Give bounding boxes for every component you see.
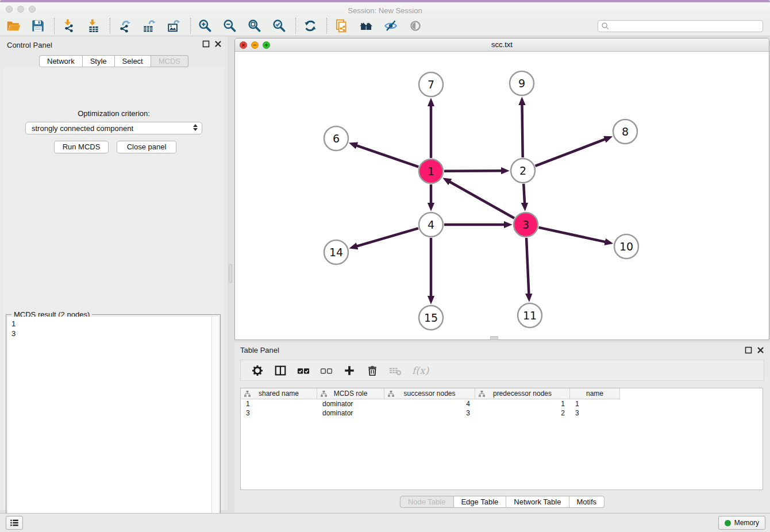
tab-mcds[interactable]: MCDS bbox=[151, 55, 188, 67]
table-row[interactable]: 1dominator411 bbox=[241, 399, 763, 408]
node-4[interactable]: 4 bbox=[419, 213, 443, 237]
memory-button[interactable]: Memory bbox=[718, 516, 765, 530]
apply-function-button[interactable]: f(x) bbox=[412, 365, 429, 376]
edge-1-6[interactable] bbox=[356, 145, 418, 167]
toolbar-separator bbox=[295, 18, 296, 34]
tab-select[interactable]: Select bbox=[115, 55, 151, 67]
export-network-button[interactable] bbox=[116, 17, 133, 34]
table-cell: 1 bbox=[241, 399, 317, 408]
tab-network-table[interactable]: Network Table bbox=[506, 496, 569, 508]
close-panel-icon[interactable] bbox=[214, 40, 222, 48]
delete-column-button[interactable] bbox=[387, 362, 404, 379]
titlebar: Session: New Session bbox=[0, 2, 770, 16]
fit-content-icon bbox=[247, 18, 262, 33]
table-cell: 2 bbox=[475, 408, 570, 418]
zoom-out-button[interactable] bbox=[221, 17, 238, 34]
delete-table-icon bbox=[388, 364, 402, 377]
node-7[interactable]: 7 bbox=[419, 72, 443, 97]
clone-network-button[interactable] bbox=[333, 17, 350, 34]
trash-icon bbox=[366, 364, 379, 377]
control-panel: Control Panel NetworkStyleSelectMCDS Opt… bbox=[0, 36, 228, 510]
node-11[interactable]: 11 bbox=[518, 303, 542, 327]
edge-2-3[interactable] bbox=[523, 184, 525, 203]
show-columns-button[interactable] bbox=[272, 362, 289, 379]
task-history-button[interactable] bbox=[6, 516, 23, 530]
network-graph[interactable]: 7968124314101511 bbox=[235, 52, 769, 340]
edge-2-9[interactable] bbox=[522, 105, 522, 157]
edge-1-2[interactable] bbox=[444, 171, 502, 171]
import-table-button[interactable] bbox=[85, 17, 102, 34]
column-header-predecessor-nodes[interactable]: predecessor nodes bbox=[475, 388, 570, 399]
column-header-label: name bbox=[570, 388, 619, 399]
app-window: Session: New Session bbox=[0, 0, 770, 532]
criterion-select[interactable]: strongly connected component bbox=[25, 122, 202, 134]
apply-layout-button[interactable] bbox=[302, 17, 319, 34]
horizontal-splitter-grip[interactable] bbox=[490, 336, 498, 340]
tab-motifs[interactable]: Motifs bbox=[569, 496, 605, 508]
node-14[interactable]: 14 bbox=[324, 240, 348, 264]
search-icon bbox=[601, 22, 610, 30]
tab-node-table[interactable]: Node Table bbox=[400, 496, 454, 508]
mcds-panel: Optimization criterion: strongly connect… bbox=[3, 67, 224, 510]
vertical-splitter-grip[interactable] bbox=[229, 264, 232, 283]
zoom-selected-icon bbox=[272, 18, 287, 33]
mcds-result-list[interactable]: 13 bbox=[7, 317, 219, 530]
fit-content-button[interactable] bbox=[246, 17, 263, 34]
float-panel-icon[interactable] bbox=[745, 346, 752, 354]
column-header-shared-name[interactable]: shared name bbox=[241, 388, 317, 399]
tab-edge-table[interactable]: Edge Table bbox=[453, 496, 506, 508]
table-cell: dominator bbox=[317, 399, 384, 408]
node-9[interactable]: 9 bbox=[510, 71, 534, 95]
open-session-button[interactable] bbox=[5, 17, 22, 34]
edge-4-14[interactable] bbox=[357, 228, 418, 246]
hide-selected-button[interactable] bbox=[382, 17, 399, 34]
edge-3-1[interactable] bbox=[449, 182, 514, 218]
search-input[interactable] bbox=[598, 20, 763, 32]
node-8[interactable]: 8 bbox=[613, 119, 637, 144]
node-3[interactable]: 3 bbox=[514, 213, 538, 237]
tab-style[interactable]: Style bbox=[83, 55, 115, 67]
close-panel-button[interactable]: Close panel bbox=[117, 141, 176, 153]
import-network-button[interactable] bbox=[60, 17, 78, 34]
edge-2-8[interactable] bbox=[535, 139, 605, 166]
table-settings-button[interactable] bbox=[249, 362, 266, 379]
network-canvas[interactable]: 7968124314101511 bbox=[235, 52, 769, 340]
control-panel-title: Control Panel bbox=[7, 41, 52, 49]
select-all-button[interactable] bbox=[295, 362, 312, 379]
save-session-button[interactable] bbox=[29, 17, 47, 34]
column-header-MCDS-role[interactable]: MCDS role bbox=[317, 388, 384, 399]
table-cell: 1 bbox=[570, 399, 620, 408]
node-10[interactable]: 10 bbox=[614, 234, 638, 259]
columns-icon bbox=[274, 364, 287, 377]
delete-rows-button[interactable] bbox=[364, 362, 381, 379]
node-table[interactable]: shared nameMCDS rolesuccessor nodesprede… bbox=[240, 388, 763, 490]
node-label: 8 bbox=[622, 125, 629, 138]
node-15[interactable]: 15 bbox=[419, 306, 443, 330]
export-image-button[interactable] bbox=[165, 17, 183, 34]
zoom-selected-button[interactable] bbox=[271, 17, 288, 34]
network-title: scc.txt bbox=[235, 38, 769, 51]
edge-3-10[interactable] bbox=[538, 228, 605, 242]
node-label: 1 bbox=[428, 165, 434, 178]
float-panel-icon[interactable] bbox=[202, 40, 210, 48]
table-row[interactable]: 3dominator323 bbox=[241, 408, 763, 418]
export-network-icon bbox=[117, 18, 132, 33]
deselect-all-button[interactable] bbox=[318, 362, 335, 379]
create-column-button[interactable] bbox=[341, 362, 358, 379]
run-mcds-button[interactable]: Run MCDS bbox=[54, 141, 109, 153]
tab-network[interactable]: Network bbox=[39, 55, 83, 67]
zoom-in-button[interactable] bbox=[197, 17, 214, 34]
node-2[interactable]: 2 bbox=[511, 159, 535, 183]
edge-3-11[interactable] bbox=[526, 238, 529, 294]
show-all-button[interactable] bbox=[407, 17, 424, 34]
export-table-button[interactable] bbox=[141, 17, 158, 34]
node-6[interactable]: 6 bbox=[324, 126, 348, 151]
home-button[interactable] bbox=[357, 17, 375, 34]
result-scrollbar[interactable] bbox=[211, 317, 219, 530]
close-panel-icon[interactable] bbox=[757, 346, 764, 354]
table-toolbar: f(x) bbox=[240, 360, 764, 381]
column-header-name[interactable]: name bbox=[570, 388, 620, 399]
node-1[interactable]: 1 bbox=[419, 159, 443, 183]
network-window-titlebar[interactable]: scc.txt bbox=[235, 38, 769, 52]
column-header-successor-nodes[interactable]: successor nodes bbox=[384, 388, 475, 399]
